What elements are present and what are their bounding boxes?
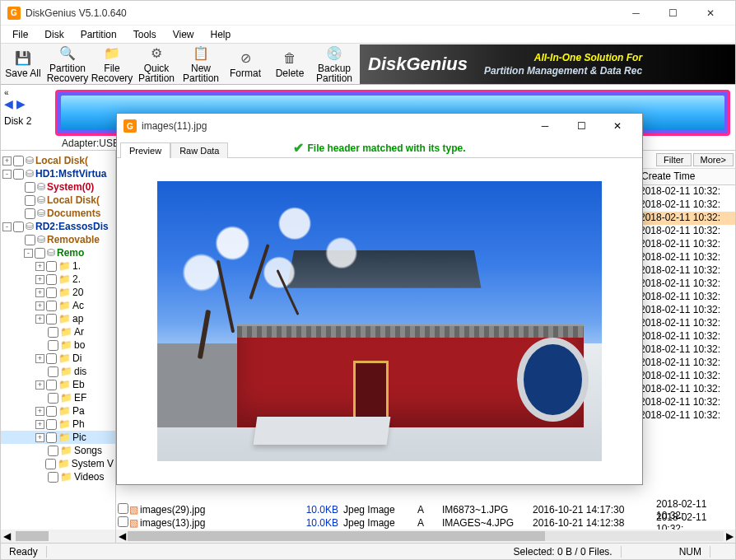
tree-node[interactable]: ⛁Documents — [1, 207, 115, 220]
row-checkbox[interactable] — [118, 516, 128, 527]
tree-checkbox[interactable] — [46, 261, 57, 272]
tree-node[interactable]: +📁Ac — [1, 299, 115, 312]
tree-node[interactable]: +📁20 — [1, 286, 115, 299]
expand-icon[interactable]: + — [35, 275, 44, 284]
column-header-create-time[interactable]: Create Time — [638, 169, 735, 185]
create-time-cell[interactable]: 2018-02-11 10:32: — [638, 291, 735, 304]
tree-scrollbar[interactable]: ◀ — [1, 530, 115, 543]
more-button[interactable]: More> — [693, 153, 734, 166]
create-time-cell[interactable]: 2018-02-11 10:32: — [638, 396, 735, 409]
tree-node[interactable]: -⛁RD2:EassosDis — [1, 220, 115, 233]
create-time-cell[interactable]: 2018-02-11 10:32: — [638, 251, 735, 264]
tab-preview[interactable]: Preview — [120, 142, 170, 158]
row-checkbox[interactable] — [118, 503, 128, 514]
create-time-cell[interactable]: 2018-02-11 10:32: — [638, 278, 735, 291]
tree-checkbox[interactable] — [35, 248, 45, 259]
toolbar-file-recovery[interactable]: 📁File Recovery — [90, 45, 134, 83]
create-time-cell[interactable]: 2018-02-11 10:32: — [638, 383, 735, 396]
tree-node[interactable]: +📁Eb — [1, 378, 115, 391]
tree-node[interactable]: 📁EF — [1, 391, 115, 404]
create-time-cell[interactable]: 2018-02-11 10:32: — [638, 185, 735, 198]
tree-node[interactable]: 📁Ar — [1, 325, 115, 338]
tree-checkbox[interactable] — [46, 419, 57, 430]
tree-checkbox[interactable] — [48, 340, 58, 351]
tree-checkbox[interactable] — [46, 380, 57, 390]
tree-checkbox[interactable] — [25, 208, 35, 219]
tree-node[interactable]: ⛁System(0) — [1, 180, 115, 194]
tree-checkbox[interactable] — [46, 353, 57, 364]
create-time-cell[interactable]: 2018-02-11 10:32: — [638, 370, 735, 383]
toolbar-format[interactable]: ⊘Format — [223, 45, 268, 83]
tab-raw-data[interactable]: Raw Data — [170, 142, 228, 158]
menu-tools[interactable]: Tools — [125, 27, 165, 42]
toolbar-save-all[interactable]: 💾Save All — [1, 45, 45, 83]
toolbar-backup-partition[interactable]: 💿Backup Partition — [312, 45, 356, 83]
tree-node[interactable]: +📁Ph — [1, 418, 115, 431]
toolbar-delete[interactable]: 🗑Delete — [268, 45, 312, 83]
tree-checkbox[interactable] — [48, 472, 58, 483]
maximize-button[interactable]: ☐ — [654, 2, 692, 25]
create-time-cell[interactable]: 2018-02-11 10:32: — [638, 409, 735, 422]
expand-icon[interactable]: + — [35, 354, 44, 363]
tree-checkbox[interactable] — [46, 432, 57, 443]
expand-icon[interactable]: + — [35, 433, 44, 442]
expand-icon[interactable]: + — [35, 315, 44, 324]
tree-checkbox[interactable] — [13, 156, 24, 166]
create-time-cell[interactable]: 2018-02-11 10:32: — [638, 317, 735, 330]
expand-icon[interactable]: + — [35, 420, 44, 429]
expand-icon[interactable]: + — [35, 380, 44, 390]
tree-pane[interactable]: +⛁Local Disk(-⛁HD1:MsftVirtua⛁System(0)⛁… — [1, 151, 116, 543]
preview-minimize-button[interactable]: ─ — [527, 114, 563, 138]
menu-disk[interactable]: Disk — [36, 27, 72, 42]
tree-node[interactable]: -⛁Remo — [1, 246, 115, 259]
toolbar-partition-recovery[interactable]: 🔍Partition Recovery — [45, 45, 90, 83]
menu-file[interactable]: File — [4, 27, 36, 42]
create-time-cell[interactable]: 2018-02-11 10:32: — [638, 264, 735, 278]
tree-checkbox[interactable] — [48, 393, 58, 404]
tree-node[interactable]: +📁1. — [1, 259, 115, 273]
toolbar-quick-partition[interactable]: ⚙Quick Partition — [134, 45, 179, 83]
tree-checkbox[interactable] — [48, 446, 58, 456]
tree-node[interactable]: ⛁Removable — [1, 233, 115, 246]
collapse-icon[interactable]: - — [2, 170, 12, 179]
preview-close-button[interactable]: ✕ — [599, 114, 636, 138]
preview-maximize-button[interactable]: ☐ — [563, 114, 599, 138]
menu-help[interactable]: Help — [203, 27, 240, 42]
tree-node[interactable]: ⛁Local Disk( — [1, 194, 115, 207]
tree-checkbox[interactable] — [13, 222, 24, 232]
menu-view[interactable]: View — [165, 27, 203, 42]
tree-checkbox[interactable] — [25, 235, 35, 245]
create-time-cell[interactable]: 2018-02-11 10:32: — [638, 330, 735, 343]
create-time-cell[interactable]: 2018-02-11 10:32: — [638, 357, 735, 370]
tree-checkbox[interactable] — [46, 406, 57, 417]
tree-node[interactable]: 📁Videos — [1, 470, 115, 483]
disk-nav-arrows[interactable]: ◀ ▶ — [4, 97, 47, 110]
file-row[interactable]: ▧images(29).jpg10.0KBJpeg ImageAIM6873~1… — [116, 503, 735, 516]
tree-checkbox[interactable] — [25, 195, 35, 206]
collapse-icon[interactable]: - — [2, 222, 12, 231]
tree-node[interactable]: +📁Pa — [1, 404, 115, 418]
expand-icon[interactable]: + — [2, 156, 12, 166]
tree-checkbox[interactable] — [48, 327, 58, 338]
close-button[interactable]: ✕ — [692, 2, 729, 25]
horizontal-scrollbar[interactable]: ◀ ▶ — [116, 530, 735, 543]
tree-checkbox[interactable] — [46, 314, 57, 324]
create-time-cell[interactable]: 2018-02-11 10:32: — [638, 198, 735, 212]
tree-checkbox[interactable] — [46, 287, 57, 298]
expand-icon[interactable]: + — [35, 407, 44, 416]
tree-checkbox[interactable] — [48, 366, 58, 377]
toolbar-new-partition[interactable]: 📋New Partition — [179, 45, 223, 83]
minimize-button[interactable]: ─ — [617, 2, 654, 25]
create-time-cell[interactable]: 2018-02-11 10:32: — [638, 343, 735, 357]
tree-checkbox[interactable] — [13, 169, 24, 180]
tree-checkbox[interactable] — [45, 459, 56, 469]
tree-checkbox[interactable] — [46, 301, 57, 311]
tree-node[interactable]: +📁ap — [1, 312, 115, 325]
create-time-cell[interactable]: 2018-02-11 10:32: — [638, 238, 735, 251]
expand-icon[interactable]: + — [35, 288, 44, 297]
tree-node[interactable]: +⛁Local Disk( — [1, 154, 115, 167]
tree-node[interactable]: 📁Songs — [1, 444, 115, 457]
expand-icon[interactable]: + — [35, 301, 44, 310]
create-time-cell[interactable]: 2018-02-11 10:32: — [638, 304, 735, 317]
create-time-cell[interactable]: 2018-02-11 10:32: — [638, 225, 735, 238]
